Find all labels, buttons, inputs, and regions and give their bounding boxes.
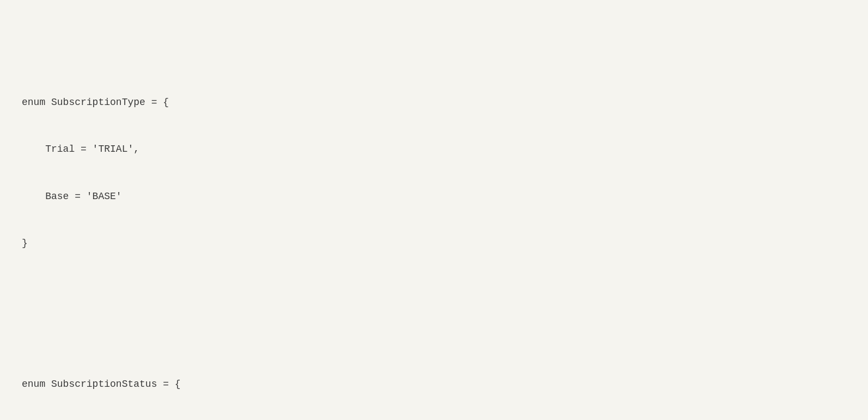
code-line: enum SubscriptionStatus = { <box>22 376 846 392</box>
code-editor: enum SubscriptionType = { Trial = 'TRIAL… <box>22 16 846 420</box>
code-line: enum SubscriptionType = { <box>22 95 846 110</box>
enum-subscription-type-block: enum SubscriptionType = { Trial = 'TRIAL… <box>22 63 846 282</box>
enum-subscription-status-block: enum SubscriptionStatus = { Active = 'AC… <box>22 345 846 420</box>
code-line: Base = 'BASE' <box>22 189 846 205</box>
code-line: Trial = 'TRIAL', <box>22 141 846 157</box>
code-line: } <box>22 236 846 251</box>
